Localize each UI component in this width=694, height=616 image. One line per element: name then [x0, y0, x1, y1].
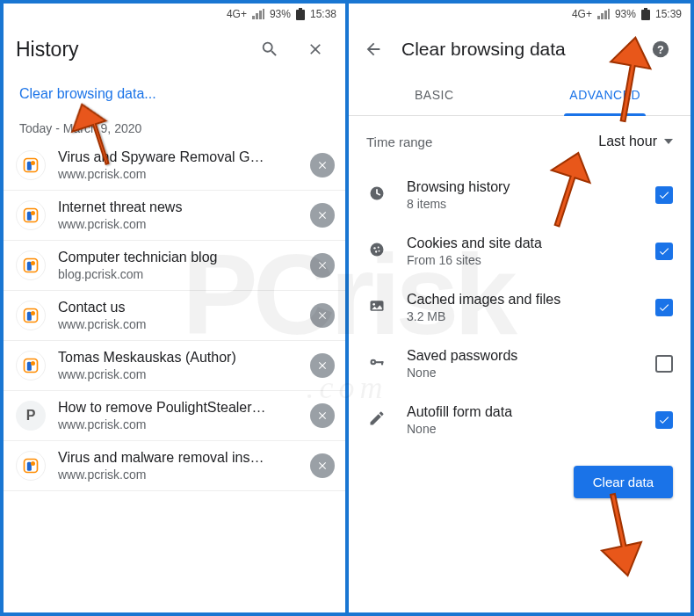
clock-icon — [366, 185, 387, 206]
history-item-delete[interactable] — [310, 203, 335, 228]
history-item-title: Virus and Spyware Removal G… — [58, 149, 298, 165]
clear-data-button[interactable]: Clear data — [574, 466, 673, 498]
battery-percent: 93% — [615, 8, 636, 20]
close-icon — [316, 359, 329, 372]
clear-data-item[interactable]: Browsing history8 items — [358, 167, 682, 223]
close-icon — [316, 460, 329, 472]
status-time: 15:38 — [310, 8, 336, 20]
status-bar: 4G+ 93% 15:39 — [349, 4, 690, 25]
history-item[interactable]: Computer technician blogblog.pcrisk.com — [4, 241, 345, 290]
time-range-label: Time range — [366, 134, 432, 149]
clear-data-item[interactable]: Cookies and site dataFrom 16 sites — [358, 223, 682, 279]
history-item-domain: www.pcrisk.com — [58, 417, 298, 431]
page-title: History — [16, 38, 242, 62]
svg-point-8 — [31, 261, 35, 265]
svg-point-11 — [31, 311, 35, 315]
svg-point-27 — [372, 303, 375, 306]
checkbox[interactable] — [655, 355, 673, 373]
history-date-header: Today - March 9, 2020 — [4, 105, 345, 141]
checkbox[interactable] — [655, 411, 673, 429]
signal-icon — [252, 9, 264, 19]
clear-data-item-sub: 8 items — [407, 197, 636, 211]
clear-data-item-title: Saved passwords — [407, 348, 636, 364]
time-range-value: Last hour — [598, 134, 657, 149]
tab-advanced[interactable]: ADVANCED — [520, 74, 691, 115]
back-button[interactable] — [356, 32, 391, 67]
history-item-domain: www.pcrisk.com — [58, 217, 298, 231]
clear-data-item[interactable]: Autofill form dataNone — [358, 392, 682, 448]
status-bar: 4G+ 93% 15:38 — [4, 4, 345, 25]
checkbox[interactable] — [655, 243, 673, 260]
checkbox[interactable] — [655, 186, 673, 204]
svg-point-5 — [31, 211, 35, 215]
history-item-title: Internet threat news — [58, 199, 298, 215]
svg-point-22 — [373, 247, 375, 249]
history-item-domain: www.pcrisk.com — [58, 467, 298, 482]
battery-icon — [296, 8, 305, 20]
history-item-domain: www.pcrisk.com — [58, 167, 298, 181]
history-item[interactable]: Tomas Meskauskas (Author)www.pcrisk.com — [4, 341, 345, 390]
battery-percent: 93% — [270, 8, 291, 20]
svg-point-2 — [31, 161, 35, 165]
history-item-title: Virus and malware removal ins… — [58, 450, 298, 466]
time-range-row[interactable]: Time range Last hour — [349, 116, 690, 158]
history-item-domain: www.pcrisk.com — [58, 367, 298, 381]
svg-rect-30 — [381, 361, 383, 365]
close-button[interactable] — [298, 32, 333, 67]
close-icon — [316, 409, 329, 422]
clear-data-item-sub: 3.2 MB — [407, 309, 636, 323]
history-item-delete[interactable] — [310, 403, 335, 428]
history-header: History — [4, 25, 345, 74]
back-icon — [364, 40, 383, 59]
favicon-pcrisk — [16, 451, 46, 481]
clear-data-item-sub: From 16 sites — [407, 253, 636, 267]
clear-data-item-title: Autofill form data — [407, 404, 636, 420]
favicon-pcrisk — [16, 150, 46, 180]
history-list: Virus and Spyware Removal G…www.pcrisk.c… — [4, 141, 345, 612]
history-item[interactable]: Virus and malware removal ins…www.pcrisk… — [4, 441, 345, 490]
network-indicator: 4G+ — [572, 8, 592, 20]
history-item-title: Tomas Meskauskas (Author) — [58, 350, 298, 366]
history-item-delete[interactable] — [310, 253, 335, 278]
clear-data-item[interactable]: Cached images and files3.2 MB — [358, 279, 682, 336]
history-item-delete[interactable] — [310, 353, 335, 378]
network-indicator: 4G+ — [227, 8, 247, 20]
history-item[interactable]: Contact uswww.pcrisk.com — [4, 291, 345, 340]
signal-icon — [597, 9, 610, 19]
svg-point-17 — [31, 461, 35, 466]
tabs: BASIC ADVANCED — [349, 74, 690, 116]
history-item-delete[interactable] — [310, 153, 335, 178]
history-item-domain: blog.pcrisk.com — [58, 267, 298, 281]
favicon-letter: P — [16, 401, 46, 431]
pencil-icon — [366, 409, 387, 431]
search-icon — [260, 40, 279, 59]
svg-point-24 — [375, 250, 377, 252]
image-icon — [366, 297, 387, 318]
favicon-pcrisk — [16, 200, 46, 230]
search-button[interactable] — [252, 32, 287, 67]
clear-browsing-data-link[interactable]: Clear browsing data... — [4, 74, 345, 105]
status-time: 15:39 — [655, 8, 682, 20]
clear-data-item-title: Browsing history — [407, 179, 636, 195]
clear-data-item-title: Cached images and files — [407, 292, 636, 308]
clear-data-list: Browsing history8 itemsCookies and site … — [349, 158, 690, 457]
history-item-domain: www.pcrisk.com — [58, 317, 298, 331]
help-button[interactable]: ? — [643, 32, 678, 67]
chevron-down-icon — [664, 139, 673, 144]
history-item-title: Computer technician blog — [58, 250, 298, 265]
tab-basic[interactable]: BASIC — [349, 74, 520, 115]
favicon-pcrisk — [16, 351, 46, 380]
svg-point-31 — [372, 361, 374, 363]
history-item-delete[interactable] — [310, 453, 335, 478]
history-item[interactable]: Virus and Spyware Removal G…www.pcrisk.c… — [4, 141, 345, 190]
battery-icon — [641, 8, 650, 20]
history-item[interactable]: PHow to remove PoulightStealer…www.pcris… — [4, 391, 345, 440]
history-item-delete[interactable] — [310, 303, 335, 328]
clear-data-header: Clear browsing data ? — [349, 25, 690, 74]
checkbox[interactable] — [655, 299, 673, 316]
favicon-pcrisk — [16, 250, 46, 280]
svg-point-25 — [379, 250, 380, 252]
history-item-title: Contact us — [58, 300, 298, 315]
clear-data-item[interactable]: Saved passwordsNone — [358, 336, 682, 392]
history-item[interactable]: Internet threat newswww.pcrisk.com — [4, 191, 345, 240]
